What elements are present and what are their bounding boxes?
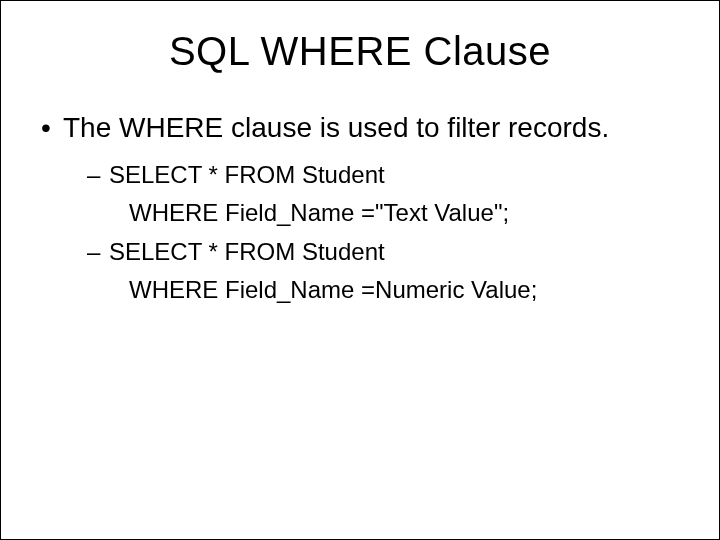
example-1-line-1: SELECT * FROM Student: [41, 159, 679, 191]
example-2-line-1: SELECT * FROM Student: [41, 236, 679, 268]
example-2-line-2: WHERE Field_Name =Numeric Value;: [41, 274, 679, 306]
slide: SQL WHERE Clause The WHERE clause is use…: [0, 0, 720, 540]
example-1-line-2: WHERE Field_Name ="Text Value";: [41, 197, 679, 229]
bullet-main: The WHERE clause is used to filter recor…: [41, 110, 679, 145]
slide-title: SQL WHERE Clause: [41, 29, 679, 74]
